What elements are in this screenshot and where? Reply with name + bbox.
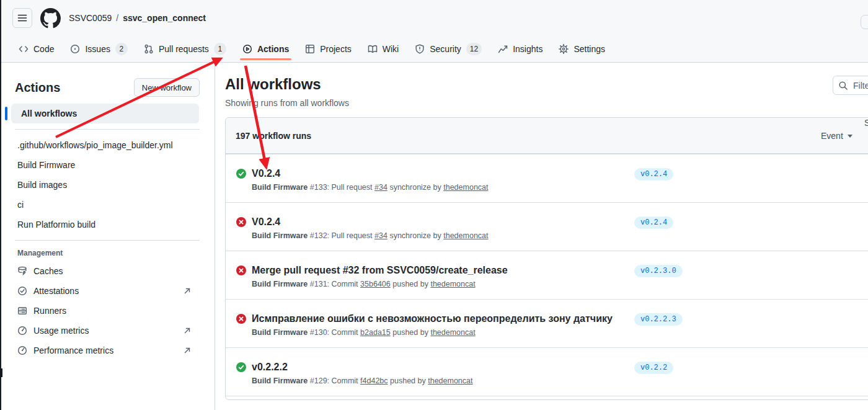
page-subtitle: Showing runs from all workflows	[225, 98, 868, 108]
tab-actions[interactable]: Actions	[236, 36, 295, 62]
run-link[interactable]: 35b6406	[360, 280, 391, 288]
pull-request-icon	[144, 44, 154, 54]
run-title[interactable]: V0.2.4	[252, 168, 280, 179]
sidebar-item-workflow-file[interactable]: .github/workflows/pio_image_builder.yml	[17, 135, 200, 155]
workflow-list: .github/workflows/pio_image_builder.yml …	[17, 135, 200, 234]
settings-gear-icon	[559, 44, 569, 54]
code-icon	[19, 44, 29, 54]
github-logo-icon[interactable]	[40, 8, 61, 29]
tab-issues[interactable]: Issues 2	[64, 36, 133, 62]
filter-search-box[interactable]	[833, 76, 868, 95]
breadcrumb-repo[interactable]: ssvc_open_connect	[123, 13, 206, 23]
run-workflow-name[interactable]: Build Firmware	[252, 328, 308, 337]
run-title[interactable]: Merge pull request #32 from SSVC0059/cre…	[252, 265, 508, 276]
run-actor-link[interactable]: thedemoncat	[428, 377, 472, 385]
sidebar-divider	[15, 240, 200, 241]
verified-icon	[17, 286, 27, 296]
github-actions-page: SSVC0059 / ssvc_open_connect Code Issues…	[0, 0, 868, 410]
security-count-badge: 12	[466, 43, 482, 55]
new-workflow-button[interactable]: New workflow	[134, 78, 200, 97]
workflow-runs-card: 197 workflow runs Event Status V0	[225, 117, 868, 400]
tab-code[interactable]: Code	[12, 36, 60, 62]
sidebar-item-runners[interactable]: Runners	[17, 301, 200, 321]
sidebar-item-build-images[interactable]: Build images	[17, 175, 200, 195]
actions-sidebar: Actions New workflow All workflows .gith…	[0, 63, 215, 410]
breadcrumb-owner[interactable]: SSVC0059	[69, 13, 112, 23]
run-title[interactable]: V0.2.4	[252, 216, 280, 228]
workflow-run-row[interactable]: Исмправление ошибки с невозможностью пер…	[226, 299, 868, 347]
management-list: Caches Attestations Runners Usage metric…	[17, 261, 200, 360]
pull-requests-count-badge: 1	[214, 43, 226, 55]
tab-pull-requests[interactable]: Pull requests 1	[138, 36, 232, 62]
version-badge[interactable]: v0.2.2.3	[634, 313, 683, 326]
run-subtitle: Build Firmware #130: Commit b2ada15 push…	[252, 328, 868, 337]
version-badge[interactable]: v0.2.2	[634, 362, 673, 374]
workflow-run-row[interactable]: Merge pull request #32 from SSVC0059/cre…	[226, 251, 868, 299]
run-link[interactable]: f4d42bc	[360, 377, 388, 385]
partial-run-row	[226, 396, 868, 399]
run-status-icon	[236, 169, 246, 179]
search-icon	[838, 81, 848, 91]
version-badge[interactable]: v0.2.4	[634, 168, 673, 180]
run-link[interactable]: #34	[374, 183, 388, 192]
hamburger-button[interactable]	[12, 8, 32, 28]
version-badge[interactable]: v0.2.3.0	[634, 265, 683, 277]
check-circle-icon	[236, 362, 246, 372]
hamburger-icon	[17, 13, 27, 23]
wiki-icon	[368, 44, 378, 54]
partial-header-button[interactable]	[861, 15, 868, 29]
run-workflow-name[interactable]: Build Firmware	[252, 280, 308, 288]
run-actor-link[interactable]: thedemoncat	[430, 280, 475, 288]
sidebar-item-all-workflows[interactable]: All workflows	[11, 104, 199, 123]
runs-card-header: 197 workflow runs Event Status	[226, 118, 868, 154]
chevron-down-icon	[848, 135, 852, 138]
run-title[interactable]: v0.2.2.2	[252, 362, 288, 373]
workflow-run-row[interactable]: V0.2.4 Build Firmware #132: Pull request…	[226, 202, 868, 251]
run-status-icon	[236, 362, 246, 372]
security-shield-icon	[415, 44, 425, 54]
workflow-run-row[interactable]: v0.2.2.2 Build Firmware #129: Commit f4d…	[226, 347, 868, 396]
run-status-icon	[236, 314, 246, 324]
event-filter-dropdown[interactable]: Event	[821, 118, 852, 154]
run-workflow-name[interactable]: Build Firmware	[252, 183, 308, 192]
run-workflow-name[interactable]: Build Firmware	[252, 377, 308, 385]
screenshot-edge-artifact	[0, 0, 1, 410]
status-filter-dropdown[interactable]: Status	[864, 118, 868, 128]
run-actor-link[interactable]: thedemoncat	[430, 328, 475, 337]
x-circle-icon	[236, 217, 246, 227]
tab-security[interactable]: Security 12	[409, 36, 488, 62]
sidebar-item-attestations[interactable]: Attestations	[17, 281, 200, 301]
meter-icon	[17, 345, 27, 355]
breadcrumb-separator: /	[116, 13, 118, 23]
insights-graph-icon	[498, 44, 508, 54]
run-title[interactable]: Исмправление ошибки с невозможностью пер…	[252, 313, 613, 324]
filter-input[interactable]	[853, 81, 868, 91]
tab-settings[interactable]: Settings	[552, 36, 611, 62]
projects-icon	[305, 44, 315, 54]
run-status-icon	[236, 265, 246, 275]
runs-count: 197 workflow runs	[236, 131, 311, 141]
sidebar-item-run-platformio-build[interactable]: Run Platformio build	[17, 215, 200, 234]
run-link[interactable]: #34	[374, 231, 388, 240]
workflow-run-row[interactable]: V0.2.4 Build Firmware #133: Pull request…	[226, 154, 868, 202]
run-subtitle: Build Firmware #129: Commit f4d42bc push…	[252, 377, 868, 385]
tab-wiki[interactable]: Wiki	[361, 36, 405, 62]
run-actor-link[interactable]: thedemoncat	[443, 231, 488, 240]
repo-nav-tabs: Code Issues 2 Pull requests 1 Actions Pr…	[0, 36, 868, 62]
run-actor-link[interactable]: thedemoncat	[443, 183, 488, 192]
tab-insights[interactable]: Insights	[492, 36, 549, 62]
tab-projects[interactable]: Projects	[299, 36, 358, 62]
sidebar-item-performance-metrics[interactable]: Performance metrics	[17, 341, 200, 360]
sidebar-divider	[15, 129, 200, 130]
sidebar-item-ci[interactable]: ci	[17, 195, 200, 215]
version-badge[interactable]: v0.2.4	[634, 216, 673, 229]
run-workflow-name[interactable]: Build Firmware	[252, 231, 308, 240]
external-link-icon	[184, 287, 191, 295]
run-link[interactable]: b2ada15	[360, 328, 391, 337]
sidebar-item-build-firmware[interactable]: Build Firmware	[17, 155, 200, 175]
x-circle-icon	[236, 265, 246, 275]
run-subtitle: Build Firmware #133: Pull request #34 sy…	[252, 183, 868, 192]
actions-play-icon	[242, 44, 252, 54]
sidebar-item-caches[interactable]: Caches	[17, 261, 200, 281]
sidebar-item-usage-metrics[interactable]: Usage metrics	[17, 321, 200, 341]
